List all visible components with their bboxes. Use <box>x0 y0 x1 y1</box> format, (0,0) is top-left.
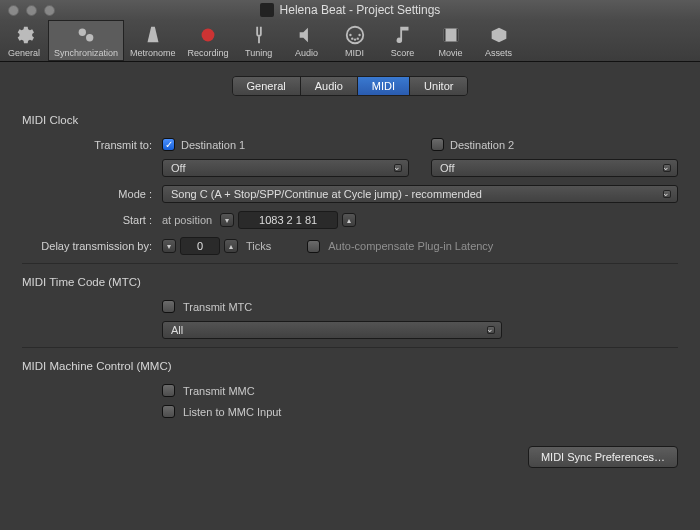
sync-subtabs: General Audio MIDI Unitor <box>22 76 678 96</box>
film-icon <box>440 24 462 46</box>
start-label: Start : <box>22 214 162 226</box>
toolbar-label: Movie <box>439 48 463 58</box>
tab-unitor[interactable]: Unitor <box>410 77 467 95</box>
project-settings-window: Helena Beat - Project Settings General S… <box>0 0 700 530</box>
mode-label: Mode : <box>22 188 162 200</box>
toolbar-metronome[interactable]: Metronome <box>124 20 182 61</box>
svg-point-8 <box>353 38 355 40</box>
svg-point-7 <box>356 37 358 39</box>
start-position-stepper: ▾ 1083 2 1 81 ▴ <box>220 211 356 229</box>
delay-stepper: ▾ 0 ▴ <box>162 237 238 255</box>
destination-1-port-dropdown[interactable]: Off <box>162 159 409 177</box>
delay-decrement[interactable]: ▾ <box>162 239 176 253</box>
transmit-mmc-label: Transmit MMC <box>183 385 255 397</box>
footer: MIDI Sync Preferences… <box>22 426 678 468</box>
transmit-mtc-label: Transmit MTC <box>183 301 252 313</box>
svg-point-6 <box>351 37 353 39</box>
toolbar-label: Recording <box>188 48 229 58</box>
speaker-icon <box>296 24 318 46</box>
transmit-to-label: Transmit to: <box>22 139 162 151</box>
tab-audio[interactable]: Audio <box>301 77 358 95</box>
midi-sync-preferences-button[interactable]: MIDI Sync Preferences… <box>528 446 678 468</box>
toolbar-midi[interactable]: MIDI <box>331 20 379 61</box>
toolbar-score[interactable]: Score <box>379 20 427 61</box>
svg-point-5 <box>358 34 360 36</box>
box-icon <box>488 24 510 46</box>
sync-gears-icon <box>75 24 97 46</box>
svg-point-4 <box>349 34 351 36</box>
destination-2-port-dropdown[interactable]: Off <box>431 159 678 177</box>
section-mmc-title: MIDI Machine Control (MMC) <box>22 360 678 372</box>
toolbar-synchronization[interactable]: Synchronization <box>48 20 124 61</box>
titlebar: Helena Beat - Project Settings <box>0 0 700 20</box>
toolbar: General Synchronization Metronome Record… <box>0 20 700 62</box>
transmit-mmc-checkbox[interactable] <box>162 384 175 397</box>
main-pane: General Audio MIDI Unitor MIDI Clock Tra… <box>0 62 700 530</box>
toolbar-label: General <box>8 48 40 58</box>
toolbar-label: Tuning <box>245 48 272 58</box>
toolbar-tuning[interactable]: Tuning <box>235 20 283 61</box>
destination-2-checkbox[interactable] <box>431 138 444 151</box>
section-mtc-title: MIDI Time Code (MTC) <box>22 276 678 288</box>
listen-mmc-label: Listen to MMC Input <box>183 406 281 418</box>
divider <box>22 263 678 264</box>
start-position-field[interactable]: 1083 2 1 81 <box>238 211 338 229</box>
toolbar-movie[interactable]: Movie <box>427 20 475 61</box>
listen-mmc-checkbox[interactable] <box>162 405 175 418</box>
delay-label: Delay transmission by: <box>22 240 162 252</box>
toolbar-recording[interactable]: Recording <box>182 20 235 61</box>
start-prefix: at position <box>162 214 212 226</box>
segmented-control: General Audio MIDI Unitor <box>232 76 469 96</box>
svg-rect-11 <box>456 29 458 42</box>
tab-midi[interactable]: MIDI <box>358 77 410 95</box>
start-position-decrement[interactable]: ▾ <box>220 213 234 227</box>
start-position-increment[interactable]: ▴ <box>342 213 356 227</box>
window-title-text: Helena Beat - Project Settings <box>280 3 441 17</box>
delay-field[interactable]: 0 <box>180 237 220 255</box>
divider <box>22 347 678 348</box>
auto-compensate-label: Auto-compensate Plug-in Latency <box>328 240 493 252</box>
destination-1-label: Destination 1 <box>181 139 245 151</box>
mtc-port-dropdown[interactable]: All <box>162 321 502 339</box>
destination-2-label: Destination 2 <box>450 139 514 151</box>
svg-point-1 <box>86 34 93 41</box>
destination-1-checkbox[interactable] <box>162 138 175 151</box>
svg-rect-10 <box>443 29 445 42</box>
auto-compensate-checkbox[interactable] <box>307 240 320 253</box>
transmit-mtc-checkbox[interactable] <box>162 300 175 313</box>
delay-increment[interactable]: ▴ <box>224 239 238 253</box>
delay-unit: Ticks <box>246 240 271 252</box>
music-note-icon <box>392 24 414 46</box>
toolbar-general[interactable]: General <box>0 20 48 61</box>
metronome-icon <box>142 24 164 46</box>
section-midi-clock-title: MIDI Clock <box>22 114 678 126</box>
tab-general[interactable]: General <box>233 77 301 95</box>
gear-icon <box>13 24 35 46</box>
toolbar-assets[interactable]: Assets <box>475 20 523 61</box>
toolbar-audio[interactable]: Audio <box>283 20 331 61</box>
toolbar-label: Score <box>391 48 415 58</box>
toolbar-label: Metronome <box>130 48 176 58</box>
tuning-fork-icon <box>248 24 270 46</box>
svg-point-2 <box>202 29 215 42</box>
toolbar-label: Audio <box>295 48 318 58</box>
midi-port-icon <box>344 24 366 46</box>
toolbar-label: Assets <box>485 48 512 58</box>
svg-rect-9 <box>443 29 458 42</box>
mode-dropdown[interactable]: Song C (A + Stop/SPP/Continue at Cycle j… <box>162 185 678 203</box>
app-icon <box>260 3 274 17</box>
svg-point-0 <box>79 29 86 36</box>
window-title: Helena Beat - Project Settings <box>0 3 700 17</box>
toolbar-label: Synchronization <box>54 48 118 58</box>
record-icon <box>197 24 219 46</box>
toolbar-label: MIDI <box>345 48 364 58</box>
